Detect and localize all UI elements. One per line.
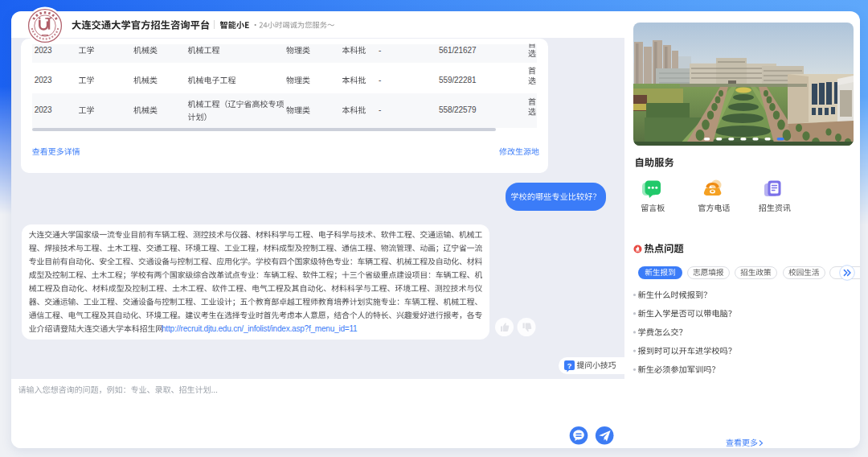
svg-text:?: ? bbox=[567, 361, 572, 370]
